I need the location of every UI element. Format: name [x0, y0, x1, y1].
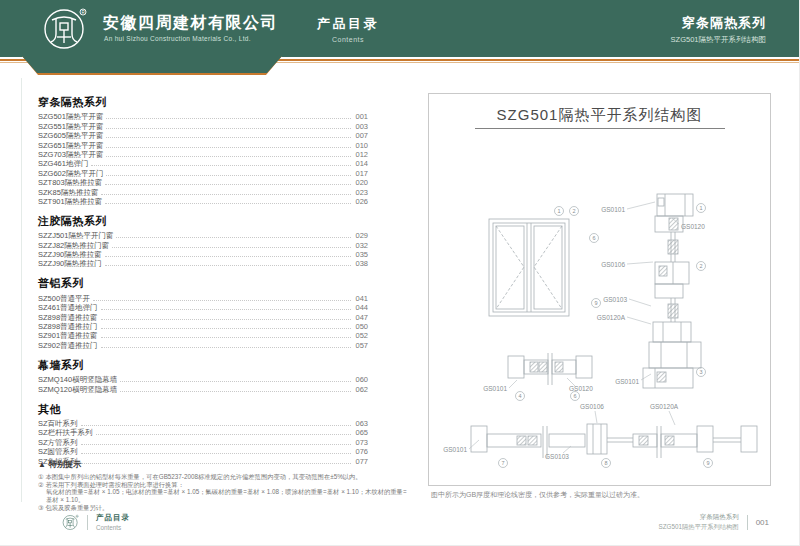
structure-diagram: GS0101 GS0120 GS0106 GS0103 GS0120A GS01… [429, 94, 770, 485]
notes-title: 特别提示 [49, 459, 81, 470]
marker-number: 6 [592, 235, 595, 241]
callout-labels: GS0101 GS0120 GS0106 GS0103 GS0120A GS01… [443, 206, 705, 460]
footer-page-subtitle: Contents [96, 524, 130, 531]
toc-item[interactable]: SZ方管系列073 [38, 437, 368, 446]
header-center: 产品目录 Contents [303, 15, 393, 43]
callout: GS0101 [483, 385, 507, 392]
callout: GS0120 [569, 385, 593, 392]
footer-logo-icon [62, 514, 79, 531]
series-subtitle: SZG501隔热平开系列结构图 [671, 35, 766, 45]
toc-item[interactable]: SZG703隔热平开窗012 [38, 150, 368, 159]
toc-section-zhujiao: 注胶隔热系列 SZZJ501隔热平开门窗029 SZZJ82隔热推拉门窗032 … [38, 215, 368, 269]
toc-item[interactable]: SZ898普通推拉窗047 [38, 312, 368, 321]
footer-right: 穿条隔热系列 SZG501隔热平开系列结构图 001 [659, 513, 769, 532]
page-number: 001 [756, 518, 769, 527]
toc-section-title: 穿条隔热系列 [38, 96, 368, 109]
toc-section-chuantiao: 穿条隔热系列 SZG501隔热平开窗001 SZG551隔热平开窗003 SZG… [38, 96, 368, 206]
callout: GS0106 [601, 261, 625, 268]
toc-item[interactable]: SZ栏杆扶手系列065 [38, 428, 368, 437]
page-title: 产品目录 [303, 15, 393, 33]
company-name-english: An hui Sizhou Construction Materials Co.… [104, 35, 251, 42]
toc-item[interactable]: SZZJ501隔热平开门窗029 [38, 231, 368, 240]
special-notes: ▲ 特别提示 ① 本图集中所列出的铝型材每米重量，可在GB5237-2008标准… [38, 459, 410, 512]
toc-item[interactable]: SZ461普通地弹门044 [38, 303, 368, 312]
footer-divider [747, 515, 748, 530]
toc-item[interactable]: SZ898普通推拉门050 [38, 322, 368, 331]
marker-number: 7 [501, 460, 504, 466]
toc-item[interactable]: SZ圆管系列076 [38, 447, 368, 456]
toc-item[interactable]: SZMQ140横明竖隐幕墙060 [38, 375, 368, 384]
page-fold-line [21, 78, 22, 502]
bottom-section [471, 424, 757, 458]
toc-item[interactable]: SZ百叶系列063 [38, 419, 368, 428]
marker-number: 1 [699, 205, 702, 211]
toc-item[interactable]: SZ901普通推拉窗052 [38, 331, 368, 340]
marker-number: 8 [604, 460, 607, 466]
company-name: 安徽四周建材有限公司 [103, 13, 278, 34]
marker-number: 2 [699, 263, 702, 269]
marker-number: 3 [699, 369, 702, 375]
footer-divider [87, 515, 88, 530]
note-line-2: ② 若采用下列表面处理时需按相应的比率进行换算： [38, 481, 410, 489]
toc-section-muqiang: 幕墙系列 SZMQ140横明竖隐幕墙060 SZMQ120横明竖隐幕墙062 [38, 359, 368, 394]
header-right: 穿条隔热系列 SZG501隔热平开系列结构图 [671, 14, 766, 45]
toc-item[interactable]: SZMQ120横明竖隐幕墙062 [38, 384, 368, 393]
callout: GS0120A [650, 403, 679, 410]
toc-section-title: 幕墙系列 [38, 359, 368, 372]
diagram-panel: SZG501隔热平开系列结构图 [428, 93, 771, 486]
toc-item[interactable]: SZG461地弹门014 [38, 159, 368, 168]
marker-number: 9 [594, 300, 597, 306]
toc-item[interactable]: SZT803隔热推拉窗020 [38, 178, 368, 187]
callout: GS0103 [545, 453, 569, 460]
callout: GS0120A [597, 314, 626, 321]
marker-number: 4 [518, 393, 521, 399]
toc-section-qita: 其他 SZ百叶系列063 SZ栏杆扶手系列065 SZ方管系列073 SZ圆管系… [38, 403, 368, 466]
marker-number: 6 [573, 393, 576, 399]
diagram-note: 图中所示为GB厚度和理论线密度，仅供参考，实际重量以过磅为准。 [431, 490, 644, 500]
table-of-contents: 穿条隔热系列 SZG501隔热平开窗001 SZG551隔热平开窗003 SZG… [38, 96, 368, 475]
toc-section-pulv: 普铝系列 SZ500普通平开041 SZ461普通地弹门044 SZ898普通推… [38, 277, 368, 349]
toc-section-title: 普铝系列 [38, 277, 368, 290]
toc-item[interactable]: SZT901隔热推拉窗026 [38, 197, 368, 206]
warning-icon: ▲ [38, 461, 46, 469]
toc-item[interactable]: SZG651隔热平开窗010 [38, 140, 368, 149]
toc-item[interactable]: SZG605隔热平开窗007 [38, 131, 368, 140]
header-bar: 安徽四周建材有限公司 An hui Sizhou Construction Ma… [0, 0, 800, 57]
leader-lines [469, 202, 679, 453]
toc-section-title: 其他 [38, 403, 368, 416]
series-title: 穿条隔热系列 [671, 14, 766, 32]
toc-item[interactable]: SZ902普通推拉门057 [38, 340, 368, 349]
callout: GS0101 [615, 378, 639, 385]
profile-sections [471, 194, 757, 458]
toc-section-title: 注胶隔热系列 [38, 215, 368, 228]
marker-number: 2 [572, 208, 575, 214]
callout: GS0101 [443, 446, 467, 453]
callout: GS0120 [681, 223, 705, 230]
footer-page-title: 产品目录 [96, 513, 130, 523]
catalog-page: 安徽四周建材有限公司 An hui Sizhou Construction Ma… [0, 0, 800, 546]
note-line-1: ① 本图集中所列出的铝型材每米重量，可在GB5237-2008标准规定的允许偏差… [38, 473, 410, 481]
toc-item[interactable]: SZG551隔热平开窗003 [38, 121, 368, 130]
footer-left: 产品目录 Contents [62, 513, 130, 531]
toc-item[interactable]: SZZJ90隔热推拉门038 [38, 259, 368, 268]
callout: GS0106 [580, 403, 604, 410]
logo-ribbon [22, 56, 282, 75]
toc-item[interactable]: SZZJ90隔热推拉窗035 [38, 250, 368, 259]
toc-item[interactable]: SZZJ82隔热推拉门窗032 [38, 240, 368, 249]
window-elevation [489, 219, 569, 316]
note-line-3: 氧化材的重量=基材 × 1.05；电泳材的重量=基材 × 1.05；氟碳材的重量… [38, 488, 410, 503]
section-markers: 1 2 1 2 3 6 9 4 6 7 8 9 [499, 204, 713, 468]
note-line-4: ③ 包装及胶条重量另计。 [38, 504, 410, 512]
toc-item[interactable]: SZK85隔热推拉窗023 [38, 187, 368, 196]
footer-series: 穿条隔热系列 [659, 513, 739, 522]
page-subtitle: Contents [303, 36, 393, 43]
toc-item[interactable]: SZG602隔热平开门017 [38, 168, 368, 177]
toc-item[interactable]: SZ500普通平开041 [38, 293, 368, 302]
footer-series-sub: SZG501隔热平开系列结构图 [659, 523, 739, 532]
company-logo-icon: R [42, 6, 88, 52]
marker-number: 9 [706, 460, 709, 466]
horizontal-section [508, 353, 592, 385]
callout: GS0103 [603, 296, 627, 303]
marker-number: 1 [557, 208, 560, 214]
toc-item[interactable]: SZG501隔热平开窗001 [38, 112, 368, 121]
